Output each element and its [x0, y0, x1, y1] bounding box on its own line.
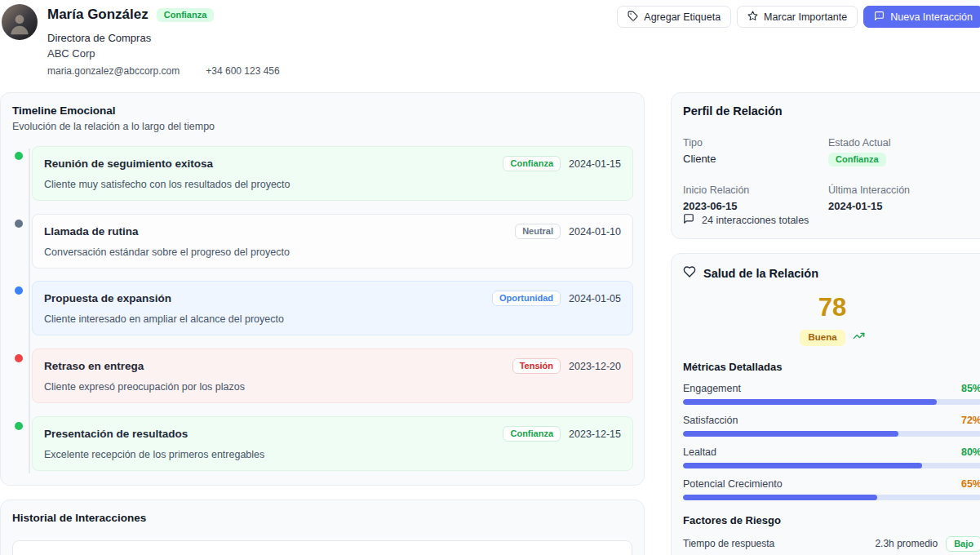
- profile-title: Perfil de Relación: [683, 104, 980, 118]
- timeline-dot-positive: [15, 152, 23, 160]
- field-value: 2023-06-15: [683, 200, 828, 212]
- relationship-health-card: Salud de la Relación 78 Buena Métricas D…: [671, 253, 980, 555]
- metric-engagement: Engagement 85%: [683, 383, 980, 405]
- heart-icon: [683, 265, 696, 282]
- metric-label: Lealtad: [683, 446, 716, 458]
- event-title: Llamada de rutina: [44, 225, 515, 238]
- progress-bar: [683, 495, 980, 500]
- health-title: Salud de la Relación: [703, 267, 818, 280]
- relationship-profile-card: Perfil de Relación Tipo Cliente Estado A…: [671, 92, 980, 239]
- metric-label: Engagement: [683, 383, 741, 394]
- metric-value: 72%: [961, 415, 980, 426]
- timeline-rail: [29, 149, 30, 473]
- new-interaction-button[interactable]: Nueva Interacción: [863, 6, 980, 28]
- event-badge: Confianza: [503, 426, 561, 442]
- avatar: [2, 4, 38, 40]
- metric-satisfaction: Satisfacción 72%: [683, 415, 980, 437]
- event-title: Presentación de resultados: [44, 428, 503, 440]
- metric-value: 65%: [961, 478, 980, 490]
- event-badge: Confianza: [503, 156, 561, 171]
- timeline-event[interactable]: Llamada de rutina Neutral 2024-01-10 Con…: [32, 214, 633, 269]
- risk-row-response-time: Tiempo de respuesta 2.3h promedio Bajo: [683, 536, 980, 552]
- trending-up-icon: [853, 330, 865, 345]
- timeline-dot-neutral: [15, 220, 23, 228]
- metric-growth-potential: Potencial Crecimiento 65%: [683, 478, 980, 500]
- progress-bar: [683, 399, 980, 405]
- timeline-dot-positive: [15, 422, 23, 430]
- message-square-icon: [683, 213, 694, 227]
- interaction-history-card: Historial de Interacciones: [0, 500, 645, 555]
- timeline-card: Timeline Emocional Evolución de la relac…: [0, 92, 645, 486]
- metrics-title: Métricas Detalladas: [683, 361, 980, 373]
- history-title: Historial de Interacciones: [12, 512, 632, 524]
- event-description: Cliente interesado en ampliar el alcance…: [44, 313, 621, 325]
- timeline-dot-opportunity: [15, 286, 23, 295]
- field-value: Cliente: [683, 153, 828, 165]
- event-date: 2024-01-05: [569, 293, 621, 304]
- message-square-icon: [874, 11, 885, 24]
- profile-field-status: Estado Actual Confianza: [828, 137, 980, 166]
- timeline-event[interactable]: Retraso en entrega Tensión 2023-12-20 Cl…: [32, 349, 633, 403]
- field-label: Última Interacción: [828, 184, 980, 196]
- risk-value: 2.3h promedio: [875, 538, 938, 549]
- progress-bar: [683, 431, 980, 437]
- mark-important-label: Marcar Importante: [764, 11, 847, 23]
- metric-label: Satisfacción: [683, 415, 738, 426]
- metric-value: 85%: [961, 383, 980, 394]
- event-badge: Neutral: [515, 224, 561, 239]
- timeline-event[interactable]: Propuesta de expansión Oportunidad 2024-…: [32, 281, 633, 335]
- timeline-subtitle: Evolución de la relación a lo largo del …: [12, 121, 632, 132]
- metric-value: 80%: [961, 446, 980, 458]
- tag-icon: [627, 11, 638, 24]
- add-tag-label: Agregar Etiqueta: [644, 11, 721, 23]
- interactions-total: 24 interacciones totales: [702, 215, 809, 226]
- contact-phone: +34 600 123 456: [206, 65, 279, 77]
- mark-important-button[interactable]: Marcar Importante: [737, 6, 858, 28]
- profile-field-type: Tipo Cliente: [683, 137, 828, 166]
- field-label: Inicio Relación: [683, 184, 828, 196]
- job-title: Directora de Compras: [47, 32, 151, 44]
- add-tag-button[interactable]: Agregar Etiqueta: [617, 6, 731, 28]
- history-item: [12, 540, 632, 555]
- health-score: 78: [683, 295, 980, 320]
- event-description: Cliente expresó preocupación por los pla…: [44, 381, 621, 393]
- timeline-dot-tension: [15, 354, 23, 362]
- person-silhouette-icon: [7, 11, 33, 37]
- risk-factors-title: Factores de Riesgo: [683, 514, 980, 526]
- event-date: 2024-01-10: [569, 226, 621, 238]
- health-score-label: Buena: [800, 330, 845, 346]
- field-label: Estado Actual: [828, 137, 980, 149]
- profile-field-start: Inicio Relación 2023-06-15: [683, 184, 828, 212]
- star-icon: [747, 11, 758, 24]
- crm-contact-page: María González Confianza Directora de Co…: [0, 0, 980, 555]
- contact-header: María González Confianza Directora de Co…: [0, 0, 980, 90]
- status-badge: Confianza: [157, 8, 215, 22]
- risk-level-badge: Bajo: [946, 536, 980, 552]
- event-badge: Oportunidad: [492, 291, 561, 306]
- event-date: 2023-12-15: [569, 428, 621, 440]
- timeline-event[interactable]: Reunión de seguimiento exitosa Confianza…: [32, 146, 633, 201]
- metric-label: Potencial Crecimiento: [683, 478, 783, 490]
- event-badge: Tensión: [512, 358, 561, 374]
- event-date: 2023-12-20: [569, 361, 621, 372]
- progress-bar: [683, 463, 980, 468]
- event-title: Retraso en entrega: [44, 360, 512, 372]
- field-label: Tipo: [683, 137, 828, 149]
- contact-name: María González: [47, 7, 149, 23]
- event-description: Cliente muy satisfecho con los resultado…: [44, 179, 621, 190]
- contact-email: maria.gonzalez@abccorp.com: [47, 65, 180, 77]
- event-title: Propuesta de expansión: [44, 292, 492, 304]
- new-interaction-label: Nueva Interacción: [890, 11, 973, 23]
- timeline-event[interactable]: Presentación de resultados Confianza 202…: [32, 416, 633, 471]
- timeline-title: Timeline Emocional: [12, 104, 632, 117]
- field-value: 2024-01-15: [828, 200, 980, 212]
- event-title: Reunión de seguimiento exitosa: [44, 158, 503, 170]
- event-date: 2024-01-15: [569, 158, 621, 170]
- risk-label: Tiempo de respuesta: [683, 538, 875, 549]
- event-description: Conversación estándar sobre el progreso …: [44, 246, 621, 258]
- profile-field-last: Última Interacción 2024-01-15: [828, 184, 980, 212]
- company-name: ABC Corp: [47, 47, 95, 60]
- event-description: Excelente recepción de los primeros entr…: [44, 449, 621, 460]
- current-status-badge: Confianza: [828, 153, 886, 166]
- metric-loyalty: Lealtad 80%: [683, 446, 980, 468]
